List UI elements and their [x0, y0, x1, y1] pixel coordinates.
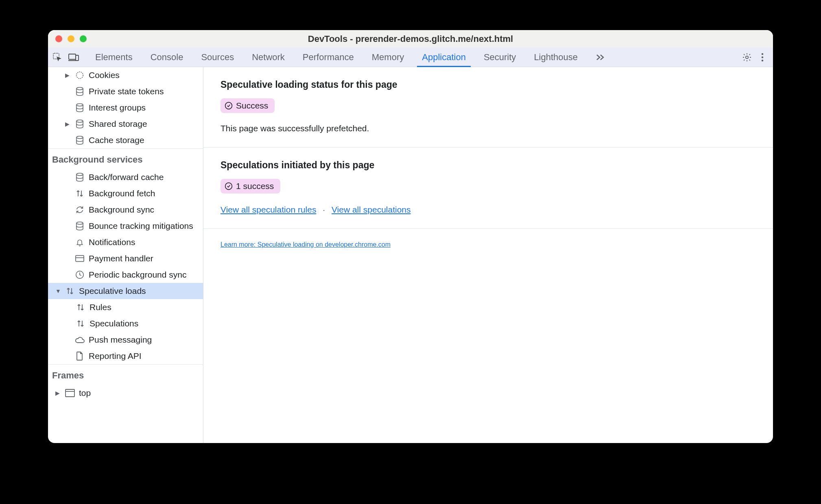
sidebar-item-label: Bounce tracking mitigations	[89, 221, 193, 231]
status-heading: Speculative loading status for this page	[221, 79, 756, 90]
sidebar-section-background-services: Background services	[48, 148, 203, 169]
svg-point-13	[76, 173, 83, 176]
device-toggle-icon[interactable]	[68, 52, 79, 63]
svg-rect-18	[66, 389, 74, 397]
titlebar: DevTools - prerender-demos.glitch.me/nex…	[48, 30, 773, 48]
tab-performance[interactable]: Performance	[294, 48, 363, 67]
sidebar-item-background-fetch[interactable]: Background fetch	[48, 185, 203, 202]
fullscreen-window-button[interactable]	[80, 35, 87, 42]
bell-icon	[75, 237, 85, 247]
inspect-element-icon[interactable]	[52, 52, 63, 63]
svg-point-5	[762, 53, 764, 55]
credit-card-icon	[75, 254, 85, 263]
svg-point-20	[225, 102, 232, 109]
tab-lighthouse[interactable]: Lighthouse	[525, 48, 587, 67]
sidebar-item-label: Back/forward cache	[89, 172, 164, 182]
tab-elements[interactable]: Elements	[86, 48, 142, 67]
sidebar-item-label: Periodic background sync	[89, 270, 186, 280]
sidebar-item-bounce-tracking[interactable]: Bounce tracking mitigations	[48, 218, 203, 234]
tab-network[interactable]: Network	[243, 48, 294, 67]
sidebar-item-speculations[interactable]: Speculations	[48, 315, 203, 332]
svg-point-4	[746, 56, 748, 58]
sidebar-item-periodic-sync[interactable]: Periodic background sync	[48, 267, 203, 283]
svg-rect-15	[76, 256, 84, 262]
sidebar-item-frame-top[interactable]: ▶ top	[48, 385, 203, 401]
sidebar-item-payment-handler[interactable]: Payment handler	[48, 250, 203, 267]
minimize-window-button[interactable]	[68, 35, 74, 42]
content-area: ▶ Cookies Private state tokens Interest …	[48, 67, 773, 443]
sidebar-item-private-state-tokens[interactable]: Private state tokens	[48, 83, 203, 100]
sidebar-item-cookies[interactable]: ▶ Cookies	[48, 67, 203, 83]
database-icon	[75, 135, 85, 145]
initiated-section: Speculations initiated by this page 1 su…	[203, 148, 773, 229]
status-badge: Success	[221, 98, 275, 113]
svg-point-9	[76, 87, 83, 90]
tab-application[interactable]: Application	[413, 48, 475, 67]
view-speculations-link[interactable]: View all speculations	[332, 205, 411, 214]
sidebar-item-cache-storage[interactable]: Cache storage	[48, 132, 203, 148]
svg-point-6	[762, 56, 764, 58]
status-badge-label: Success	[236, 101, 268, 111]
cookie-icon	[75, 70, 85, 80]
svg-point-7	[762, 59, 764, 61]
sidebar-item-background-sync[interactable]: Background sync	[48, 202, 203, 218]
sidebar-item-speculative-loads[interactable]: ▼ Speculative loads	[48, 283, 203, 299]
transfer-icon	[65, 286, 75, 296]
sidebar-item-label: Payment handler	[89, 254, 153, 263]
sidebar-item-label: Speculations	[90, 319, 138, 328]
sidebar-item-push-messaging[interactable]: Push messaging	[48, 332, 203, 348]
tab-security[interactable]: Security	[475, 48, 525, 67]
sidebar-item-interest-groups[interactable]: Interest groups	[48, 100, 203, 116]
svg-rect-1	[69, 54, 76, 59]
links-row: View all speculation rules · View all sp…	[221, 205, 756, 215]
sidebar-item-label: Push messaging	[89, 335, 152, 345]
sidebar-item-label: Reporting API	[89, 351, 142, 361]
settings-icon[interactable]	[742, 52, 752, 62]
svg-rect-3	[76, 55, 79, 61]
application-sidebar: ▶ Cookies Private state tokens Interest …	[48, 67, 203, 443]
devtools-toolbar: Elements Console Sources Network Perform…	[48, 48, 773, 67]
sidebar-item-rules[interactable]: Rules	[48, 299, 203, 315]
transfer-icon	[75, 189, 85, 198]
sidebar-item-label: Rules	[90, 302, 111, 312]
status-text: This page was successfully prefetched.	[221, 124, 756, 133]
sidebar-item-label: Background fetch	[89, 189, 155, 198]
view-rules-link[interactable]: View all speculation rules	[221, 205, 316, 214]
learn-more-section: Learn more: Speculative loading on devel…	[203, 229, 773, 262]
sidebar-item-reporting-api[interactable]: Reporting API	[48, 348, 203, 364]
sidebar-item-label: top	[79, 388, 91, 398]
window-title: DevTools - prerender-demos.glitch.me/nex…	[48, 34, 773, 44]
database-icon	[75, 87, 85, 96]
tab-sources[interactable]: Sources	[192, 48, 243, 67]
sidebar-section-frames: Frames	[48, 364, 203, 385]
window-controls	[48, 35, 87, 42]
svg-point-21	[225, 183, 232, 190]
sidebar-item-bf-cache[interactable]: Back/forward cache	[48, 169, 203, 185]
sidebar-item-notifications[interactable]: Notifications	[48, 234, 203, 250]
document-icon	[75, 351, 85, 361]
svg-point-10	[76, 104, 83, 106]
main-panel: Speculative loading status for this page…	[203, 67, 773, 443]
more-menu-icon[interactable]	[761, 52, 764, 62]
svg-point-12	[76, 136, 83, 139]
database-icon	[75, 172, 85, 182]
tab-console[interactable]: Console	[142, 48, 192, 67]
svg-point-11	[76, 120, 83, 122]
tabs-overflow-icon[interactable]	[587, 48, 614, 67]
svg-point-8	[76, 72, 83, 79]
initiated-badge: 1 success	[221, 179, 280, 193]
sidebar-item-label: Private state tokens	[89, 87, 164, 96]
sync-icon	[75, 205, 85, 215]
sidebar-item-label: Interest groups	[89, 103, 146, 113]
panel-tabs: Elements Console Sources Network Perform…	[86, 48, 614, 67]
tab-memory[interactable]: Memory	[363, 48, 413, 67]
sidebar-item-label: Cookies	[89, 70, 120, 80]
sidebar-item-label: Cache storage	[89, 135, 144, 145]
svg-point-14	[76, 222, 83, 224]
close-window-button[interactable]	[55, 35, 62, 42]
learn-more-link[interactable]: Learn more: Speculative loading on devel…	[221, 241, 391, 248]
clock-icon	[75, 270, 85, 280]
database-icon	[75, 103, 85, 113]
transfer-icon	[76, 302, 85, 312]
sidebar-item-shared-storage[interactable]: ▶ Shared storage	[48, 116, 203, 132]
